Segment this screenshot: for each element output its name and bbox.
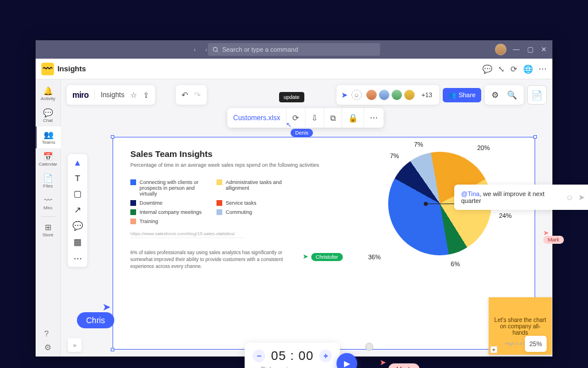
titlebar: ‹ › Search or type a command — ▢ ✕ (36, 40, 552, 59)
cursor-tool-icon[interactable]: ➤ (341, 90, 348, 99)
add-reaction-icon[interactable]: ☺ (351, 90, 362, 100)
nav-back-icon[interactable]: ‹ (189, 44, 200, 55)
resize-handle[interactable] (111, 135, 114, 139)
app-logo-icon: 〰 (41, 63, 54, 75)
expand-panel-button[interactable]: » (68, 338, 82, 352)
files-icon: 📄 (43, 174, 53, 183)
legend-swatch (130, 179, 136, 185)
collapse-icon[interactable]: ⤡ (498, 64, 505, 74)
legend-swatch (216, 200, 222, 206)
star-icon[interactable]: ☆ (130, 91, 137, 99)
page-title: Insights (57, 64, 86, 73)
share-button[interactable]: 👥 Share (443, 88, 481, 102)
collaborator-avatar[interactable] (378, 89, 390, 101)
notes-button[interactable]: 📄 (527, 85, 547, 105)
select-tool-icon[interactable]: ▲ (74, 158, 82, 167)
legend-swatch (130, 200, 136, 206)
settings-sliders-icon[interactable]: ⚙ (489, 90, 501, 99)
app-window: ‹ › Search or type a command — ▢ ✕ 〰 Ins… (36, 40, 552, 356)
open-external-icon[interactable]: ⧉ (324, 108, 342, 128)
zoom-control: 25% (525, 336, 547, 352)
cursor-pointer-icon: ➤ (380, 358, 386, 367)
rail-divider (41, 216, 56, 217)
left-rail: 🔔Activity 💬Chat 👥Teams 📅Calendar 📄Files … (36, 79, 61, 356)
cursor-label-mark: Mark (388, 363, 420, 368)
collaborator-count[interactable]: +13 (419, 91, 435, 98)
legend-swatch (130, 218, 136, 224)
rail-store[interactable]: ⊞Store (36, 219, 61, 241)
close-icon[interactable]: ✕ (540, 45, 548, 53)
search-placeholder: Search or type a command (222, 46, 298, 53)
cursor-label-denis: Denis (291, 129, 313, 137)
upload-icon[interactable]: ⇪ (143, 91, 149, 99)
board-name[interactable]: Insights (100, 91, 124, 99)
rail-activity[interactable]: 🔔Activity (36, 83, 61, 105)
search-icon[interactable]: 🔍 (505, 90, 519, 99)
collaborator-avatar[interactable] (390, 89, 403, 101)
user-avatar[interactable] (495, 44, 506, 55)
resize-handle[interactable] (111, 348, 114, 351)
download-icon[interactable]: ⇩ (305, 108, 324, 128)
collaborator-avatar[interactable] (403, 89, 416, 101)
refresh-icon[interactable]: ⟳ (510, 64, 517, 74)
comment-tool-icon[interactable]: 💬 (72, 221, 83, 231)
send-icon[interactable]: ➤ (578, 193, 585, 202)
cursor-label-mark: Mark (543, 236, 564, 244)
store-icon: ⊞ (45, 223, 52, 232)
globe-icon[interactable]: 🌐 (523, 64, 533, 74)
chat-icon[interactable]: 💬 (482, 64, 492, 74)
file-name[interactable]: Customers.xlsx (227, 108, 287, 128)
maximize-icon[interactable]: ▢ (526, 45, 534, 53)
calendar-icon: 📅 (43, 152, 53, 161)
zoom-value[interactable]: 25% (525, 340, 547, 347)
legend-swatch (216, 209, 222, 215)
chart-legend: Connecting with clients or prospects in … (130, 179, 291, 224)
miro-canvas[interactable]: miro Insights ☆ ⇪ ↶ ↷ update Customers.x… (61, 79, 552, 356)
more-options-icon[interactable]: ⋯ (364, 108, 384, 128)
pie-label: 20% (477, 144, 490, 151)
pie-label: 24% (499, 212, 512, 219)
svg-point-0 (213, 47, 217, 51)
more-tools-icon[interactable]: ⋯ (74, 253, 82, 263)
undo-icon[interactable]: ↶ (181, 90, 188, 99)
arrow-tool-icon[interactable]: ↗ (74, 205, 82, 215)
settings-icon[interactable]: ⚙ (44, 343, 52, 352)
lock-icon[interactable]: 🔒 (342, 108, 364, 128)
timer-widget[interactable]: − 05 : 00 + ♫ Pick music (245, 343, 340, 368)
content-area: 🔔Activity 💬Chat 👥Teams 📅Calendar 📄Files … (36, 79, 552, 356)
sticky-add-icon[interactable]: + (490, 346, 497, 353)
rail-files[interactable]: 📄Files (36, 170, 61, 192)
redo-icon[interactable]: ↷ (194, 90, 201, 99)
timer-music-picker[interactable]: ♫ Pick music (253, 366, 332, 368)
legend-swatch (130, 209, 136, 215)
timer-minus-button[interactable]: − (253, 350, 265, 362)
pie-label: 7% (414, 141, 423, 148)
selected-frame[interactable]: Sales Team Insights Percentage of time i… (113, 137, 535, 350)
rail-calendar[interactable]: 📅Calendar (36, 148, 61, 170)
cursor-pointer-icon: ↖ (286, 121, 292, 129)
tool-palette: ▲ T ▢ ↗ 💬 ▦ ⋯ (68, 154, 87, 267)
help-icon[interactable]: ? (44, 329, 52, 338)
rail-chat[interactable]: 💬Chat (36, 105, 61, 126)
teams-icon: 👥 (44, 130, 53, 139)
frame-tool-icon[interactable]: ▦ (74, 237, 82, 247)
source-link[interactable]: https://www.salesforce.com/blog/15-sales… (130, 231, 245, 238)
miro-logo: miro (72, 90, 88, 99)
comment-input[interactable]: @Tina, we will improve it next quarter ☺… (454, 185, 588, 210)
text-tool-icon[interactable]: T (75, 173, 80, 183)
rail-miro[interactable]: 〰Miro (36, 192, 61, 214)
slider-handle[interactable] (365, 343, 373, 351)
minimize-icon[interactable]: — (512, 45, 520, 53)
rail-teams[interactable]: 👥Teams (36, 126, 61, 148)
timer-play-button[interactable]: ▶ (336, 353, 357, 368)
music-note-icon: ♫ (253, 366, 257, 368)
resize-handle[interactable] (533, 135, 537, 139)
collaborator-avatar[interactable] (365, 89, 378, 101)
timer-plus-button[interactable]: + (319, 350, 332, 362)
pie-label: 6% (451, 260, 460, 267)
emoji-icon[interactable]: ☺ (566, 193, 574, 202)
chat-icon: 💬 (43, 108, 53, 117)
more-icon[interactable]: ⋯ (539, 64, 547, 74)
sticky-tool-icon[interactable]: ▢ (74, 189, 82, 199)
command-search[interactable]: Search or type a command (208, 43, 380, 56)
